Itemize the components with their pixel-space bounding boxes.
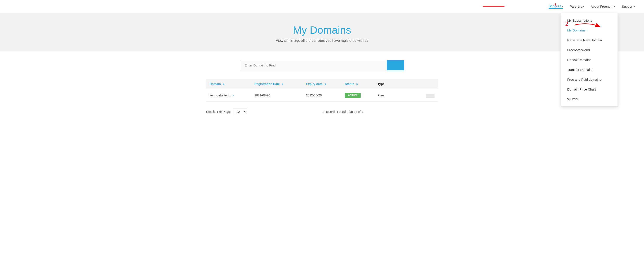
records-info: 1 Records Found, Page 1 of 1 (322, 110, 363, 114)
dropdown-item-my-domains[interactable]: My Domains (561, 25, 618, 35)
dropdown-item-renew[interactable]: Renew Domains (561, 55, 618, 65)
dropdown-item-freenom-world[interactable]: Freenom World (561, 45, 618, 55)
partners-label: Partners (570, 4, 582, 8)
dropdown-item-whois[interactable]: WHOIS (561, 94, 618, 104)
nav-item-support[interactable]: Support ▾ (622, 4, 635, 8)
support-chevron-icon: ▾ (634, 5, 635, 8)
dropdown-item-register[interactable]: Register a New Domain (561, 35, 618, 45)
search-container (240, 60, 404, 70)
status-cell: ACTIVE (341, 89, 374, 102)
dropdown-item-transfer[interactable]: Transfer Domains (561, 65, 618, 74)
col-domain[interactable]: Domain ⇅ (206, 79, 251, 89)
page-title: My Domains (4, 24, 640, 36)
dropdown-item-free-paid[interactable]: Free and Paid domains (561, 74, 618, 84)
nav-item-services[interactable]: Services ▾ (549, 4, 563, 9)
table-controls: Results Per Page: 10 25 50 100 1 Records… (206, 108, 438, 115)
col-expiry-date[interactable]: Expiry date ⇅ (302, 79, 341, 89)
action-button[interactable] (426, 94, 434, 98)
col-type: Type (374, 79, 394, 89)
about-label: About Freenom (591, 4, 613, 8)
table-row: kermwebsite.tk ↗ 2021-08-26 2022-08-26 A… (206, 89, 438, 102)
hero-section: My Domains View & manage all the domains… (0, 13, 644, 52)
search-button[interactable] (386, 60, 404, 70)
table-header: Domain ⇅ Registration Date ⇅ Expiry date… (206, 79, 438, 89)
services-underline (482, 6, 504, 6)
domain-cell: kermwebsite.tk ↗ (206, 89, 251, 102)
registration-date-cell: 2021-08-26 (251, 89, 302, 102)
page-subtitle: View & manage all the domains you have r… (4, 39, 640, 43)
regdate-sort-icon: ⇅ (282, 83, 283, 86)
status-badge: ACTIVE (345, 93, 360, 98)
about-chevron-icon: ▾ (614, 5, 615, 8)
search-input[interactable] (240, 60, 386, 70)
nav-item-about[interactable]: About Freenom ▾ (591, 4, 615, 8)
type-cell: Free (374, 89, 394, 102)
dropdown-item-price-chart[interactable]: Domain Price Chart (561, 84, 618, 94)
table-body: kermwebsite.tk ↗ 2021-08-26 2022-08-26 A… (206, 89, 438, 102)
services-dropdown: My Subscriptions My Domains Register a N… (561, 13, 618, 106)
expiry-sort-icon: ⇅ (324, 83, 326, 86)
navbar: 1. Services ▾ Partners ▾ About Freenom ▾… (0, 0, 644, 13)
nav-items: Services ▾ Partners ▾ About Freenom ▾ Su… (549, 4, 635, 9)
col-status[interactable]: Status ⇅ (341, 79, 374, 89)
external-link-icon[interactable]: ↗ (232, 94, 234, 97)
col-actions (394, 79, 438, 89)
expiry-date-cell: 2022-08-26 (302, 89, 341, 102)
services-label: Services (549, 4, 561, 8)
results-per-page-select[interactable]: 10 25 50 100 (233, 108, 247, 115)
domains-table: Domain ⇅ Registration Date ⇅ Expiry date… (206, 79, 438, 102)
results-per-page: Results Per Page: 10 25 50 100 (206, 108, 248, 115)
domain-sort-icon: ⇅ (222, 83, 224, 86)
domain-name: kermwebsite.tk (210, 94, 230, 97)
support-label: Support (622, 4, 633, 8)
services-chevron-icon: ▾ (562, 5, 563, 7)
action-cell (394, 89, 438, 102)
table-header-row: Domain ⇅ Registration Date ⇅ Expiry date… (206, 79, 438, 89)
dropdown-item-subscriptions[interactable]: My Subscriptions (561, 16, 618, 25)
status-sort-icon: ⇅ (356, 83, 358, 86)
col-registration-date[interactable]: Registration Date ⇅ (251, 79, 302, 89)
partners-chevron-icon: ▾ (583, 5, 584, 8)
nav-item-partners[interactable]: Partners ▾ (570, 4, 584, 8)
main-content: Domain ⇅ Registration Date ⇅ Expiry date… (202, 52, 442, 124)
results-per-page-label: Results Per Page: (206, 110, 231, 114)
